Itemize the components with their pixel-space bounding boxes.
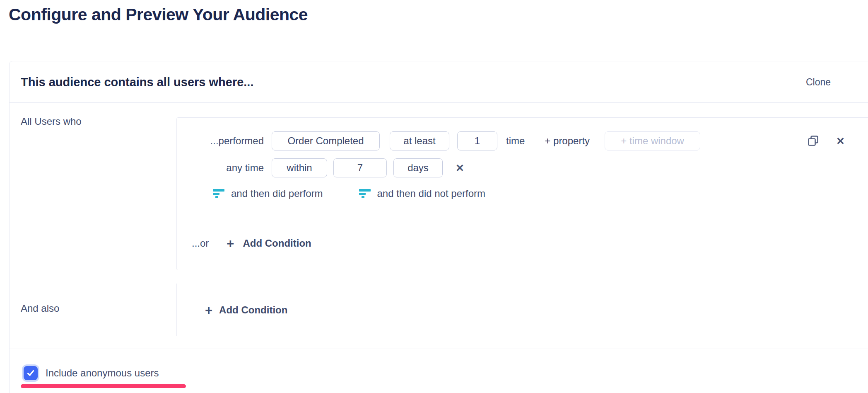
time-window-input[interactable] — [605, 131, 700, 150]
highlight-underline — [21, 384, 186, 388]
and-also-label: And also — [21, 303, 59, 314]
add-condition-button[interactable]: Add Condition — [243, 238, 311, 249]
add-property-button[interactable]: + property — [545, 135, 590, 147]
funnel-actions-row: and then did perform and then did not pe… — [177, 185, 868, 202]
filter-funnel-icon — [213, 189, 224, 198]
operator-select-button[interactable]: at least — [390, 131, 449, 150]
then-did-not-perform-button[interactable]: and then did not perform — [377, 188, 485, 199]
count-input[interactable] — [457, 131, 497, 150]
and-also-divider — [176, 284, 177, 336]
include-anonymous-label: Include anonymous users — [46, 367, 159, 379]
or-add-condition-row: ...or + Add Condition — [177, 235, 868, 252]
plus-icon: + — [205, 304, 212, 317]
clone-button[interactable]: Clone — [806, 61, 831, 103]
remove-time-window-icon[interactable]: ✕ — [456, 163, 464, 173]
check-icon — [26, 369, 35, 378]
event-select-button[interactable]: Order Completed — [272, 131, 380, 150]
all-users-label: All Users who — [21, 116, 82, 127]
performed-prefix-label: ...performed — [177, 135, 264, 147]
window-value-input[interactable] — [333, 158, 387, 177]
section-divider — [10, 349, 868, 349]
or-label: ...or — [192, 238, 209, 249]
then-did-perform-button[interactable]: and then did perform — [231, 188, 323, 199]
condition-row-time: any time within days ✕ — [177, 158, 868, 177]
within-select-button[interactable]: within — [272, 158, 327, 177]
count-unit-label: time — [506, 135, 525, 147]
window-unit-button[interactable]: days — [393, 158, 443, 177]
audience-card: This audience contains all users where..… — [9, 61, 868, 393]
and-also-add-condition-button[interactable]: + Add Condition — [205, 302, 287, 318]
include-anonymous-row: Include anonymous users — [22, 364, 159, 382]
anytime-prefix-label: any time — [177, 162, 264, 174]
condition-group: ...performed Order Completed at least ti… — [176, 117, 868, 270]
filter-funnel-icon — [359, 189, 371, 198]
duplicate-condition-icon[interactable] — [807, 135, 820, 147]
remove-condition-icon[interactable]: ✕ — [836, 136, 845, 146]
condition-row-performed: ...performed Order Completed at least ti… — [177, 131, 868, 150]
card-header: This audience contains all users where..… — [10, 61, 868, 103]
card-title: This audience contains all users where..… — [21, 61, 253, 103]
add-condition-label: Add Condition — [219, 304, 287, 316]
include-anonymous-checkbox[interactable] — [24, 366, 38, 380]
page-title: Configure and Preview Your Audience — [9, 5, 308, 24]
plus-icon[interactable]: + — [227, 237, 234, 250]
